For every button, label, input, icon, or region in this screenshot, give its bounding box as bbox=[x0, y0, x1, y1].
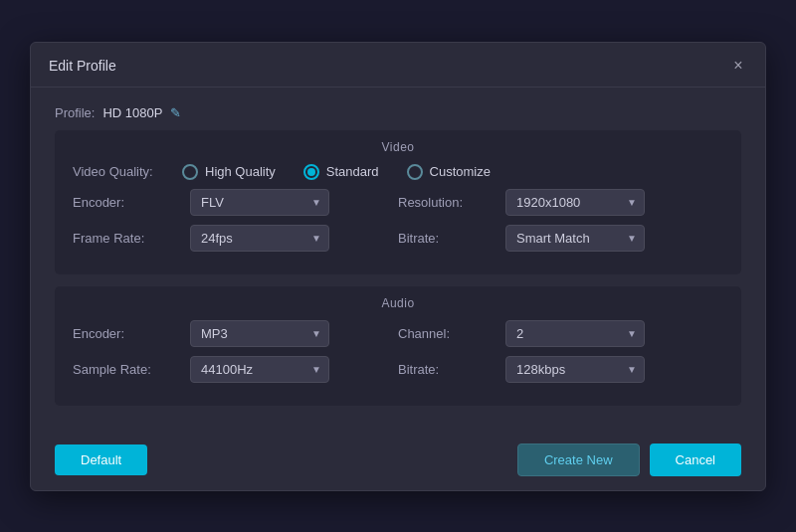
audio-channel-select[interactable]: 2 1 bbox=[505, 320, 645, 347]
video-framerate-select-wrapper: 24fps 25fps 30fps 60fps ▼ bbox=[190, 225, 329, 252]
audio-samplerate-select-wrapper: 44100Hz 22050Hz 11025Hz ▼ bbox=[190, 356, 329, 383]
video-bitrate-select[interactable]: Smart Match Custom 4000kbps 8000kbps bbox=[505, 225, 645, 252]
cancel-button[interactable]: Cancel bbox=[650, 443, 741, 476]
audio-encoder-label: Encoder: bbox=[73, 326, 182, 341]
video-framerate-select[interactable]: 24fps 25fps 30fps 60fps bbox=[190, 225, 329, 252]
video-encoder-label: Encoder: bbox=[73, 195, 182, 210]
video-bitrate-row: Bitrate: Smart Match Custom 4000kbps 800… bbox=[398, 225, 723, 252]
radio-high-quality-circle bbox=[182, 164, 198, 180]
video-framerate-row: Frame Rate: 24fps 25fps 30fps 60fps ▼ bbox=[73, 225, 398, 252]
video-right-col: Resolution: 1920x1080 1280x720 854x480 6… bbox=[398, 189, 723, 261]
video-bitrate-select-wrapper: Smart Match Custom 4000kbps 8000kbps ▼ bbox=[505, 225, 645, 252]
video-section: Video Video Quality: High Quality Standa… bbox=[55, 130, 741, 274]
audio-channel-label: Channel: bbox=[398, 326, 498, 341]
radio-standard-circle bbox=[303, 164, 319, 180]
radio-customize-label: Customize bbox=[430, 164, 491, 179]
audio-left-col: Encoder: MP3 AAC WMA OGG ▼ Sampl bbox=[73, 320, 398, 392]
radio-standard[interactable]: Standard bbox=[303, 164, 379, 180]
video-quality-group: High Quality Standard Customize bbox=[182, 164, 723, 180]
video-quality-row: Video Quality: High Quality Standard Cus… bbox=[73, 164, 723, 180]
audio-cols: Encoder: MP3 AAC WMA OGG ▼ Sampl bbox=[73, 320, 723, 392]
video-resolution-select-wrapper: 1920x1080 1280x720 854x480 640x360 ▼ bbox=[505, 189, 645, 216]
close-button[interactable]: × bbox=[729, 57, 747, 75]
video-encoder-row: Encoder: FLV H.264 H.265 MPEG-4 ▼ bbox=[73, 189, 398, 216]
audio-encoder-select-wrapper: MP3 AAC WMA OGG ▼ bbox=[190, 320, 329, 347]
audio-samplerate-label: Sample Rate: bbox=[73, 362, 182, 377]
video-encoder-select-wrapper: FLV H.264 H.265 MPEG-4 ▼ bbox=[190, 189, 329, 216]
audio-bitrate-row: Bitrate: 128kbps 192kbps 256kbps 320kbps… bbox=[398, 356, 723, 383]
default-button[interactable]: Default bbox=[55, 444, 147, 475]
audio-section-title: Audio bbox=[73, 296, 723, 310]
dialog-footer: Default Create New Cancel bbox=[31, 434, 765, 490]
radio-high-quality-label: High Quality bbox=[205, 164, 276, 179]
audio-right-col: Channel: 2 1 ▼ Bitrate: bbox=[398, 320, 723, 392]
dialog-body: Profile: HD 1080P ✎ Video Video Quality:… bbox=[31, 88, 765, 434]
dialog-title: Edit Profile bbox=[49, 58, 116, 74]
audio-bitrate-select-wrapper: 128kbps 192kbps 256kbps 320kbps ▼ bbox=[505, 356, 645, 383]
audio-channel-select-wrapper: 2 1 ▼ bbox=[505, 320, 645, 347]
video-encoder-resolution-row: Encoder: FLV H.264 H.265 MPEG-4 ▼ bbox=[73, 189, 723, 261]
radio-customize-circle bbox=[407, 164, 423, 180]
radio-customize[interactable]: Customize bbox=[407, 164, 491, 180]
audio-section: Audio Encoder: MP3 AAC WMA OGG ▼ bbox=[55, 286, 741, 406]
video-encoder-select[interactable]: FLV H.264 H.265 MPEG-4 bbox=[190, 189, 329, 216]
video-resolution-label: Resolution: bbox=[398, 195, 498, 210]
audio-encoder-row: Encoder: MP3 AAC WMA OGG ▼ bbox=[73, 320, 398, 347]
profile-edit-icon[interactable]: ✎ bbox=[170, 105, 181, 120]
title-bar: Edit Profile × bbox=[31, 43, 765, 88]
audio-channel-row: Channel: 2 1 ▼ bbox=[398, 320, 723, 347]
radio-high-quality[interactable]: High Quality bbox=[182, 164, 276, 180]
profile-row: Profile: HD 1080P ✎ bbox=[55, 97, 741, 130]
audio-samplerate-select[interactable]: 44100Hz 22050Hz 11025Hz bbox=[190, 356, 329, 383]
create-new-button[interactable]: Create New bbox=[517, 443, 640, 476]
video-quality-label: Video Quality: bbox=[73, 164, 182, 179]
audio-bitrate-select[interactable]: 128kbps 192kbps 256kbps 320kbps bbox=[505, 356, 645, 383]
audio-bitrate-label: Bitrate: bbox=[398, 362, 498, 377]
video-framerate-label: Frame Rate: bbox=[73, 231, 182, 246]
radio-standard-label: Standard bbox=[326, 164, 379, 179]
profile-value: HD 1080P bbox=[102, 105, 162, 120]
edit-profile-dialog: Edit Profile × Profile: HD 1080P ✎ Video… bbox=[30, 42, 766, 491]
video-resolution-select[interactable]: 1920x1080 1280x720 854x480 640x360 bbox=[505, 189, 645, 216]
profile-label: Profile: bbox=[55, 105, 95, 120]
audio-samplerate-row: Sample Rate: 44100Hz 22050Hz 11025Hz ▼ bbox=[73, 356, 398, 383]
footer-right-buttons: Create New Cancel bbox=[517, 443, 741, 476]
audio-encoder-select[interactable]: MP3 AAC WMA OGG bbox=[190, 320, 329, 347]
video-bitrate-label: Bitrate: bbox=[398, 231, 498, 246]
video-resolution-row: Resolution: 1920x1080 1280x720 854x480 6… bbox=[398, 189, 723, 216]
video-section-title: Video bbox=[73, 140, 723, 154]
video-left-col: Encoder: FLV H.264 H.265 MPEG-4 ▼ bbox=[73, 189, 398, 261]
